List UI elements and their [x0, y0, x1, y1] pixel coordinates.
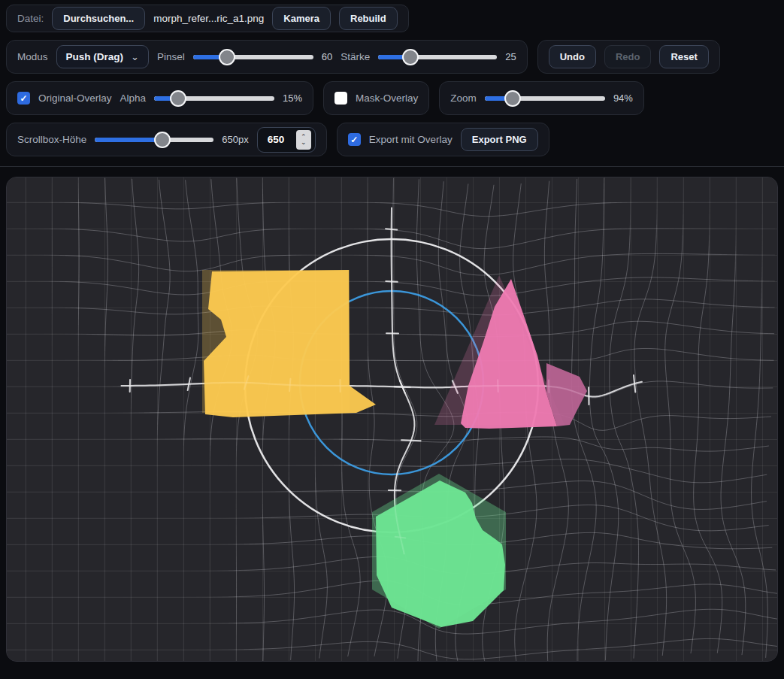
pinsel-slider[interactable] [193, 49, 313, 65]
modus-label: Modus [17, 51, 48, 62]
zoom-slider-track [485, 96, 605, 101]
rebuild-button[interactable]: Rebuild [339, 7, 398, 30]
alpha-label: Alpha [120, 92, 147, 104]
alpha-slider-thumb[interactable] [170, 90, 186, 107]
file-row: Datei: Durchsuchen... morph_refer...ric_… [6, 5, 778, 32]
redo-button[interactable]: Redo [604, 45, 652, 68]
zoom-slider-thumb[interactable] [504, 90, 521, 107]
export-overlay-label: Export mit Overlay [369, 134, 453, 145]
zoom-label: Zoom [450, 92, 477, 104]
filename-text: morph_refer...ric_a1.png [153, 13, 264, 24]
file-card: Datei: Durchsuchen... morph_refer...ric_… [6, 5, 409, 32]
pinsel-slider-track [193, 55, 313, 59]
original-overlay-card: ✓ Original-Overlay Alpha 15% [6, 81, 313, 115]
number-spinner[interactable]: ⌃ ⌄ [296, 130, 311, 150]
pinsel-slider-thumb[interactable] [219, 49, 235, 65]
staerke-value: 25 [505, 51, 516, 62]
pinsel-value: 60 [322, 51, 332, 62]
export-png-button[interactable]: Export PNG [461, 128, 538, 151]
camera-button[interactable]: Kamera [272, 7, 331, 30]
file-label: Datei: [17, 13, 44, 24]
scrollbox-slider-fill [95, 138, 162, 142]
export-row: Scrollbox-Höhe 650px 650 ⌃ ⌄ ✓ Export mi… [6, 123, 778, 156]
toolbar-divider [0, 166, 784, 167]
modus-select-value: Push (Drag) [66, 51, 124, 62]
zoom-slider[interactable] [485, 90, 605, 107]
mask-overlay-label: Mask-Overlay [356, 92, 418, 104]
scrollbox-slider-thumb[interactable] [154, 132, 171, 148]
morph-canvas-wrap [6, 177, 778, 662]
scrollbox-number-value: 650 [268, 134, 289, 145]
tools-card: Modus Push (Drag) ⌄ Pinsel 60 Stärke 25 [6, 40, 528, 74]
scrollbox-slider[interactable] [95, 132, 213, 148]
scrollbox-card: Scrollbox-Höhe 650px 650 ⌃ ⌄ [6, 123, 327, 156]
spinner-down-icon[interactable]: ⌄ [301, 140, 307, 145]
history-card: Undo Redo Reset [537, 40, 720, 74]
app: Datei: Durchsuchen... morph_refer...ric_… [0, 0, 784, 662]
tools-row: Modus Push (Drag) ⌄ Pinsel 60 Stärke 25 … [6, 40, 778, 74]
zoom-card: Zoom 94% [439, 81, 644, 115]
staerke-slider-track [378, 55, 497, 59]
original-overlay-label: Original-Overlay [38, 92, 112, 104]
staerke-slider-thumb[interactable] [402, 49, 419, 65]
alpha-value: 15% [283, 92, 302, 104]
staerke-label: Stärke [341, 51, 370, 62]
undo-button[interactable]: Undo [549, 45, 596, 68]
reset-button[interactable]: Reset [659, 45, 708, 68]
scrollbox-label: Scrollbox-Höhe [17, 134, 86, 145]
alpha-slider[interactable] [154, 90, 274, 107]
scrollbox-number-input[interactable]: 650 ⌃ ⌄ [257, 127, 316, 153]
export-overlay-checkbox[interactable]: ✓ [348, 133, 361, 146]
overlay-row: ✓ Original-Overlay Alpha 15% Mask-Overla… [6, 81, 778, 115]
morph-canvas[interactable] [7, 177, 778, 662]
staerke-slider[interactable] [378, 49, 497, 65]
chevron-down-icon: ⌄ [131, 54, 139, 60]
original-overlay-checkbox[interactable]: ✓ [17, 92, 30, 105]
pinsel-label: Pinsel [157, 51, 185, 62]
mask-overlay-card: Mask-Overlay [323, 81, 429, 115]
mask-overlay-checkbox[interactable] [334, 92, 347, 105]
browse-button[interactable]: Durchsuchen... [52, 7, 145, 30]
modus-select[interactable]: Push (Drag) ⌄ [56, 45, 149, 68]
scrollbox-value: 650px [222, 134, 248, 145]
export-card: ✓ Export mit Overlay Export PNG [337, 123, 549, 156]
zoom-value: 94% [613, 92, 633, 104]
